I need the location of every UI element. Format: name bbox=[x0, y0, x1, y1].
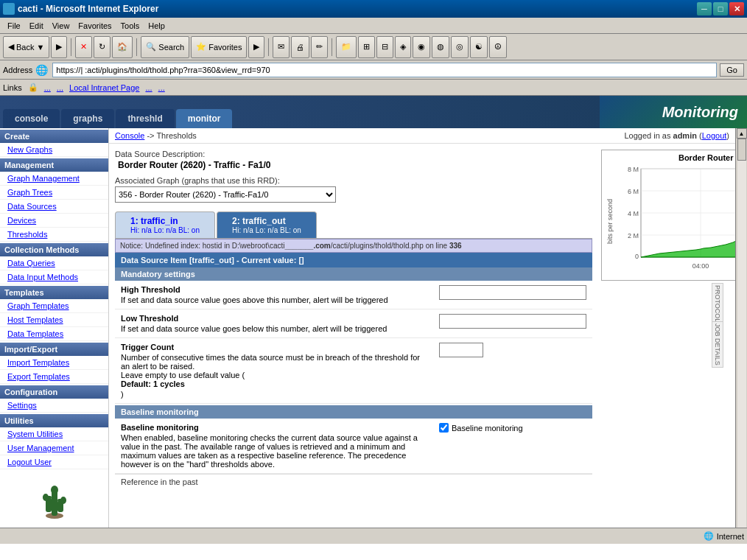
tab-console[interactable]: console bbox=[3, 109, 60, 128]
icon4-button[interactable]: ◉ bbox=[413, 36, 430, 58]
tab-traffic-out[interactable]: 2: traffic_out Hi: n/a Lo: n/a BL: on bbox=[217, 211, 317, 238]
icon6-button[interactable]: ◎ bbox=[451, 36, 469, 58]
sidebar-item-data-queries[interactable]: Data Queries bbox=[0, 256, 108, 270]
svg-text:0: 0 bbox=[635, 253, 639, 260]
baseline-monitoring-checkbox-label[interactable]: Baseline monitoring bbox=[439, 423, 523, 433]
header-brand: Monitoring bbox=[600, 96, 747, 128]
graph-title: Border Router (2620) - Traffic - Fa1/0 bbox=[605, 153, 735, 162]
stop-button[interactable]: ✕ bbox=[75, 36, 92, 58]
print-button[interactable]: 🖨 bbox=[291, 36, 309, 58]
folder-button[interactable]: 📁 bbox=[336, 36, 357, 58]
associated-graph-select[interactable]: 356 - Border Router (2620) - Traffic-Fa1… bbox=[115, 186, 336, 203]
go-button[interactable]: Go bbox=[720, 63, 744, 77]
icon3-button[interactable]: ◈ bbox=[395, 36, 411, 58]
cactus-logo bbox=[0, 469, 108, 527]
baseline-monitoring-checkbox-text: Baseline monitoring bbox=[452, 424, 523, 433]
low-threshold-label-area: Low Threshold If set and data source val… bbox=[121, 314, 430, 333]
tab-traffic-in[interactable]: 1: traffic_in Hi: n/a Lo: n/a BL: on bbox=[115, 211, 215, 238]
sidebar-item-settings[interactable]: Settings bbox=[0, 399, 108, 413]
menu-tools[interactable]: Tools bbox=[116, 20, 144, 32]
breadcrumb-auth: Logged in as admin (Logout) bbox=[624, 131, 729, 140]
forward-button[interactable]: ▶ bbox=[51, 36, 67, 58]
back-dropdown-icon[interactable]: ▼ bbox=[36, 43, 44, 52]
edit-button[interactable]: ✏ bbox=[311, 36, 328, 58]
link-item-2[interactable]: ... bbox=[57, 83, 63, 92]
low-threshold-input[interactable] bbox=[439, 314, 586, 329]
menu-bar: File Edit View Favorites Tools Help bbox=[0, 18, 747, 34]
graph-area-wrapper: bits per second bbox=[605, 165, 735, 277]
menu-edit[interactable]: Edit bbox=[25, 20, 48, 32]
link-icon-1[interactable]: 🔒 bbox=[28, 83, 38, 92]
sidebar-item-export-templates[interactable]: Export Templates bbox=[0, 370, 108, 384]
sidebar-item-data-templates[interactable]: Data Templates bbox=[0, 327, 108, 341]
sidebar-item-graph-templates[interactable]: Graph Templates bbox=[0, 299, 108, 313]
right-scrollbar[interactable]: ▲ ▼ bbox=[735, 128, 747, 544]
mail-button[interactable]: ✉ bbox=[273, 36, 290, 58]
breadcrumb-console-link[interactable]: Console bbox=[115, 131, 144, 140]
tab-threshld[interactable]: threshld bbox=[116, 109, 174, 128]
sidebar-item-graph-trees[interactable]: Graph Trees bbox=[0, 186, 108, 200]
tab-graphs[interactable]: graphs bbox=[61, 109, 114, 128]
scroll-thumb[interactable] bbox=[737, 139, 746, 161]
right-panel: Border Router (2620) - Traffic - Fa1/0 b… bbox=[601, 150, 735, 489]
sidebar-item-system-utilities[interactable]: System Utilities bbox=[0, 427, 108, 441]
sidebar-item-user-management[interactable]: User Management bbox=[0, 441, 108, 455]
icon7-button[interactable]: ☯ bbox=[470, 36, 488, 58]
back-button[interactable]: ◀ Back ▼ bbox=[3, 36, 49, 58]
cacti-header: console graphs threshld monitor Monitori… bbox=[0, 96, 747, 128]
minimize-button[interactable]: ─ bbox=[697, 2, 712, 15]
status-bar: 🌐 Internet bbox=[0, 528, 747, 544]
address-input[interactable]: https://| :acti/plugins/thold/thold.php?… bbox=[52, 63, 717, 77]
link-item-1[interactable]: ... bbox=[44, 83, 51, 92]
menu-view[interactable]: View bbox=[48, 20, 74, 32]
favorites-button[interactable]: ⭐ Favorites bbox=[191, 36, 247, 58]
window-title: cacti - Microsoft Internet Explorer bbox=[18, 4, 697, 14]
link-item-4[interactable]: ... bbox=[145, 83, 152, 92]
home-button[interactable]: 🏠 bbox=[112, 36, 133, 58]
sidebar-item-devices[interactable]: Devices bbox=[0, 214, 108, 228]
content-area: Create New Graphs Management Graph Manag… bbox=[0, 128, 747, 544]
menu-help[interactable]: Help bbox=[144, 20, 169, 32]
icon8-button[interactable]: ☮ bbox=[489, 36, 507, 58]
trigger-count-desc: Number of consecutive times the data sou… bbox=[121, 353, 430, 399]
media-button[interactable]: ▶ bbox=[248, 36, 264, 58]
scroll-track[interactable] bbox=[737, 139, 746, 533]
icon2-button[interactable]: ⊟ bbox=[376, 36, 393, 58]
refresh-button[interactable]: ↻ bbox=[94, 36, 111, 58]
logout-link[interactable]: Logout bbox=[702, 131, 727, 140]
maximize-button[interactable]: □ bbox=[713, 2, 728, 15]
close-button[interactable]: ✕ bbox=[729, 2, 744, 15]
high-threshold-desc: If set and data source value goes above … bbox=[121, 295, 388, 304]
trigger-count-input[interactable] bbox=[439, 343, 483, 357]
menu-file[interactable]: File bbox=[3, 20, 25, 32]
mail-icon: ✉ bbox=[278, 42, 284, 52]
baseline-monitoring-checkbox-area: Baseline monitoring bbox=[439, 423, 523, 469]
link-item-3[interactable]: Local Intranet Page bbox=[69, 83, 139, 92]
baseline-monitoring-checkbox[interactable] bbox=[439, 423, 449, 433]
tab-monitor[interactable]: monitor bbox=[176, 109, 233, 128]
high-threshold-input[interactable] bbox=[439, 285, 586, 300]
sidebar-item-data-input-methods[interactable]: Data Input Methods bbox=[0, 270, 108, 284]
sidebar-item-host-templates[interactable]: Host Templates bbox=[0, 313, 108, 327]
icon5-button[interactable]: ◍ bbox=[432, 36, 449, 58]
svg-point-6 bbox=[51, 486, 58, 494]
sidebar-item-thresholds[interactable]: Thresholds bbox=[0, 228, 108, 242]
link-item-5[interactable]: ... bbox=[158, 83, 165, 92]
trigger-count-label: Trigger Count bbox=[121, 343, 430, 351]
address-url: https://| :acti/plugins/thold/thold.php?… bbox=[56, 66, 270, 74]
scroll-up-button[interactable]: ▲ bbox=[737, 128, 747, 139]
sidebar-item-import-templates[interactable]: Import Templates bbox=[0, 356, 108, 370]
sidebar-item-graph-management[interactable]: Graph Management bbox=[0, 172, 108, 186]
breadcrumb: Console -> Thresholds Logged in as admin… bbox=[109, 128, 735, 144]
sidebar-item-logout[interactable]: Logout User bbox=[0, 455, 108, 469]
high-threshold-row: High Threshold If set and data source va… bbox=[115, 281, 592, 309]
datasource-description-row: Data Source Description: Border Router (… bbox=[115, 150, 592, 170]
stop-icon: ✕ bbox=[80, 42, 87, 52]
sidebar-item-data-sources[interactable]: Data Sources bbox=[0, 200, 108, 214]
search-button[interactable]: 🔍 Search bbox=[141, 36, 189, 58]
sidebar-item-new-graphs[interactable]: New Graphs bbox=[0, 143, 108, 157]
menu-favorites[interactable]: Favorites bbox=[74, 20, 116, 32]
icon1-button[interactable]: ⊞ bbox=[358, 36, 375, 58]
links-bar: Links 🔒 ... ... Local Intranet Page ... … bbox=[0, 80, 747, 96]
brand-text: Monitoring bbox=[662, 104, 738, 121]
